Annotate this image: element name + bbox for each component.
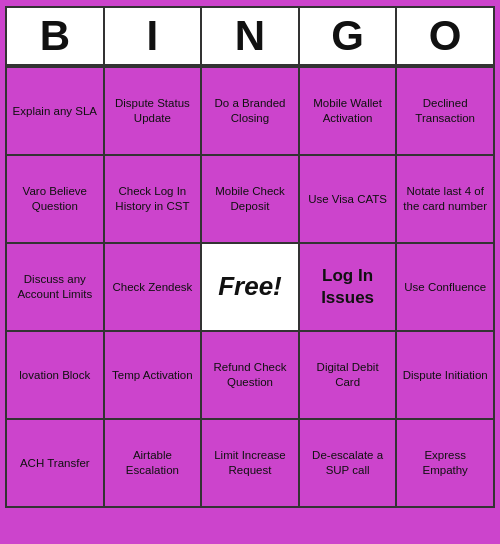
bingo-cell-6[interactable]: Check Log In History in CST <box>105 156 203 244</box>
bingo-cell-1[interactable]: Dispute Status Update <box>105 68 203 156</box>
bingo-cell-12[interactable]: Free! <box>202 244 300 332</box>
header-o: O <box>397 8 493 64</box>
bingo-cell-0[interactable]: Explain any SLA <box>7 68 105 156</box>
bingo-cell-4[interactable]: Declined Transaction <box>397 68 495 156</box>
bingo-cell-23[interactable]: De-escalate a SUP call <box>300 420 398 508</box>
bingo-cell-3[interactable]: Mobile Wallet Activation <box>300 68 398 156</box>
bingo-cell-18[interactable]: Digital Debit Card <box>300 332 398 420</box>
bingo-cell-20[interactable]: ACH Transfer <box>7 420 105 508</box>
bingo-cell-14[interactable]: Use Confluence <box>397 244 495 332</box>
bingo-cell-10[interactable]: Discuss any Account Limits <box>7 244 105 332</box>
bingo-header: B I N G O <box>5 6 495 66</box>
bingo-cell-2[interactable]: Do a Branded Closing <box>202 68 300 156</box>
bingo-cell-13[interactable]: Log In Issues <box>300 244 398 332</box>
bingo-cell-15[interactable]: lovation Block <box>7 332 105 420</box>
bingo-cell-17[interactable]: Refund Check Question <box>202 332 300 420</box>
bingo-cell-21[interactable]: Airtable Escalation <box>105 420 203 508</box>
header-n: N <box>202 8 300 64</box>
header-g: G <box>300 8 398 64</box>
header-i: I <box>105 8 203 64</box>
bingo-grid: Explain any SLADispute Status UpdateDo a… <box>5 66 495 508</box>
bingo-card: B I N G O Explain any SLADispute Status … <box>5 6 495 508</box>
bingo-cell-5[interactable]: Varo Believe Question <box>7 156 105 244</box>
bingo-cell-7[interactable]: Mobile Check Deposit <box>202 156 300 244</box>
bingo-cell-16[interactable]: Temp Activation <box>105 332 203 420</box>
bingo-cell-19[interactable]: Dispute Initiation <box>397 332 495 420</box>
bingo-cell-8[interactable]: Use Visa CATS <box>300 156 398 244</box>
bingo-cell-22[interactable]: Limit Increase Request <box>202 420 300 508</box>
header-b: B <box>7 8 105 64</box>
bingo-cell-11[interactable]: Check Zendesk <box>105 244 203 332</box>
bingo-cell-24[interactable]: Express Empathy <box>397 420 495 508</box>
bingo-cell-9[interactable]: Notate last 4 of the card number <box>397 156 495 244</box>
